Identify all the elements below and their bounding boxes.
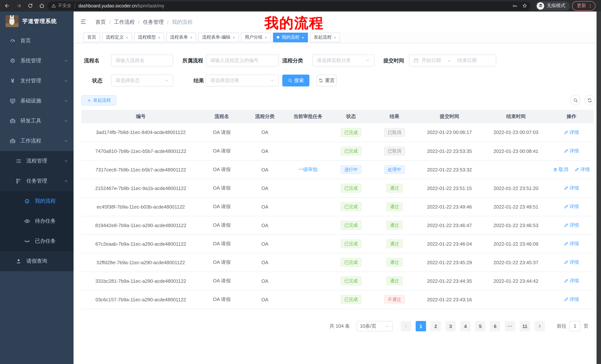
main-area: 首页 / 工作流程 / 任务管理 / 我的流程 我的流程 TT <box>74 11 601 364</box>
search-button[interactable]: 搜索 <box>282 75 310 86</box>
sidebar-item-5[interactable]: 工作流程 <box>0 131 74 151</box>
tab-3[interactable]: 流程表单 × <box>166 32 196 42</box>
next-page-button[interactable] <box>534 321 545 331</box>
close-icon[interactable]: × <box>265 35 267 39</box>
cell-process-name: OA 请假 <box>200 216 243 234</box>
detail-action-link[interactable]: 详情 <box>564 148 579 154</box>
detail-action-link[interactable]: 详情 <box>575 166 590 173</box>
yen-icon: ¥ <box>9 78 16 84</box>
gauge-icon <box>9 38 16 44</box>
update-button[interactable]: 更新 <box>572 1 595 10</box>
browser-toolbar: 不安全 dashboard.yudao.iocoder.cn/bpm/task/… <box>0 0 601 11</box>
cell-status: 已完成 <box>330 197 372 216</box>
more-pages-button[interactable]: ··· <box>505 321 515 331</box>
column-header: 编号 <box>81 110 200 123</box>
page-size-select[interactable]: 10条/页 <box>357 321 393 331</box>
cell-submit-time: 2022-01-22 23:49:46 <box>416 197 482 216</box>
tab-label: 发起流程 <box>314 34 331 40</box>
column-header: 提交时间 <box>416 110 482 123</box>
hamburger-icon[interactable] <box>80 19 87 25</box>
detail-action-link[interactable]: 详情 <box>564 240 579 247</box>
sidebar-item-label: 支付管理 <box>20 77 41 84</box>
sidebar-item-9[interactable]: 待办任务 <box>0 211 74 231</box>
page-button-1[interactable]: 1 <box>416 321 426 331</box>
cell-current-task: 一级审批 <box>286 160 330 179</box>
table-refresh-button[interactable] <box>584 95 595 105</box>
detail-action-link[interactable]: 详情 <box>564 129 579 136</box>
cell-result: 通过 <box>372 179 416 197</box>
current-task-link[interactable]: 一级审批 <box>298 167 318 172</box>
result-badge: 不通过 <box>384 295 405 304</box>
detail-action-link[interactable]: 详情 <box>564 222 579 229</box>
page-button-6[interactable]: 6 <box>490 321 500 331</box>
close-icon[interactable]: × <box>334 35 336 39</box>
page-button-2[interactable]: 2 <box>431 321 441 331</box>
page-button-3[interactable]: 3 <box>445 321 456 331</box>
forward-icon[interactable] <box>14 1 23 10</box>
date-range-picker[interactable]: 开始日期 - 结束日期 <box>409 55 496 67</box>
tab-7[interactable]: 发起流程 × <box>310 32 340 42</box>
process-name-input[interactable]: 请输入流程名 <box>111 55 173 67</box>
tab-4[interactable]: 流程表单-编辑 × <box>199 32 239 42</box>
sidebar-item-7[interactable]: 任务管理 <box>0 171 74 191</box>
back-icon[interactable] <box>3 1 11 10</box>
home-icon[interactable] <box>37 1 46 10</box>
address-bar[interactable]: 不安全 dashboard.yudao.iocoder.cn/bpm/task/… <box>48 1 531 10</box>
page-content: 流程名 请输入流程名 所属流程 请输入流程定义的编号 流程分类 请选择流程分类 … <box>74 44 601 364</box>
close-icon[interactable]: × <box>190 35 193 39</box>
result-select[interactable]: 请选择流结果 <box>206 75 279 86</box>
page-button-5[interactable]: 5 <box>475 321 485 331</box>
close-icon[interactable]: × <box>302 35 304 39</box>
close-icon[interactable]: × <box>158 35 160 39</box>
cell-id: 52ffd28e-7b9a-11ec-a290-acde48001122 <box>81 253 200 272</box>
close-icon[interactable]: × <box>233 35 235 39</box>
incognito-label: 无痕模式 <box>547 3 565 9</box>
detail-action-link[interactable]: 详情 <box>564 203 579 210</box>
detail-action-link[interactable]: 详情 <box>564 259 579 266</box>
detail-action-link[interactable]: 详情 <box>564 185 579 192</box>
bookmark-star-icon[interactable] <box>522 3 527 9</box>
process-definition-input[interactable]: 请输入流程定义的编号 <box>206 55 279 67</box>
breadcrumb-item[interactable]: 工作流程 <box>114 19 135 26</box>
tab-1[interactable]: 流程定义 × <box>102 32 132 42</box>
goto-page-input[interactable]: 1 <box>570 321 581 331</box>
breadcrumb-item[interactable]: 首页 <box>95 19 106 26</box>
close-icon[interactable]: × <box>126 35 128 39</box>
sidebar-item-3[interactable]: 基础设施 <box>0 91 74 111</box>
table-search-toggle-button[interactable] <box>570 95 581 105</box>
key-icon[interactable] <box>512 3 517 8</box>
reload-icon[interactable] <box>26 1 35 10</box>
sidebar-item-10[interactable]: 已办任务 <box>0 231 74 251</box>
cancel-action-link[interactable]: 取消 <box>553 166 568 173</box>
sidebar-item-8[interactable]: 我的流程 <box>0 191 74 211</box>
calendar-icon <box>413 58 419 63</box>
cell-result: 处理中 <box>372 160 416 179</box>
page-button-11[interactable]: 11 <box>520 321 530 331</box>
detail-action-link[interactable]: 详情 <box>564 278 579 284</box>
category-select[interactable]: 请选择流程分类 <box>312 55 374 67</box>
browser-scrollbar[interactable] <box>597 11 601 364</box>
prev-page-button[interactable] <box>401 321 411 331</box>
tab-5[interactable]: 用户分组 × <box>241 32 271 42</box>
tab-6[interactable]: 我的流程 × <box>273 32 308 42</box>
sidebar-item-11[interactable]: 请假查询 <box>0 251 74 271</box>
reset-button[interactable]: 重置 <box>317 75 337 86</box>
sidebar-item-4[interactable]: 研发工具 <box>0 111 74 131</box>
sidebar-item-1[interactable]: ⚙ 系统管理 <box>0 51 74 71</box>
start-process-button[interactable]: 发起流程 <box>81 95 116 105</box>
sidebar-item-0[interactable]: 首页 <box>0 31 74 51</box>
table-row: 03c6c157-7b9a-11ec-a290-acde48001122 OA … <box>81 290 594 309</box>
tab-0[interactable]: 首页 <box>84 32 100 42</box>
sidebar-item-label: 系统管理 <box>20 57 41 64</box>
column-header: 当前审批任务 <box>286 110 330 123</box>
sidebar-item-6[interactable]: 流程管理 <box>0 151 74 171</box>
menu-dots-icon[interactable] <box>588 3 593 8</box>
detail-action-link[interactable]: 详情 <box>564 296 579 303</box>
breadcrumb-item[interactable]: 任务管理 <box>143 19 164 26</box>
sidebar-item-2[interactable]: ¥ 支付管理 <box>0 71 74 91</box>
tab-2[interactable]: 流程模型 × <box>134 32 164 42</box>
page-button-4[interactable]: 4 <box>460 321 471 331</box>
chevron-down-icon <box>64 79 68 83</box>
status-select[interactable]: 请选择状态 <box>111 75 173 86</box>
app-logo-row[interactable]: 芋道管理系统 <box>0 11 74 31</box>
